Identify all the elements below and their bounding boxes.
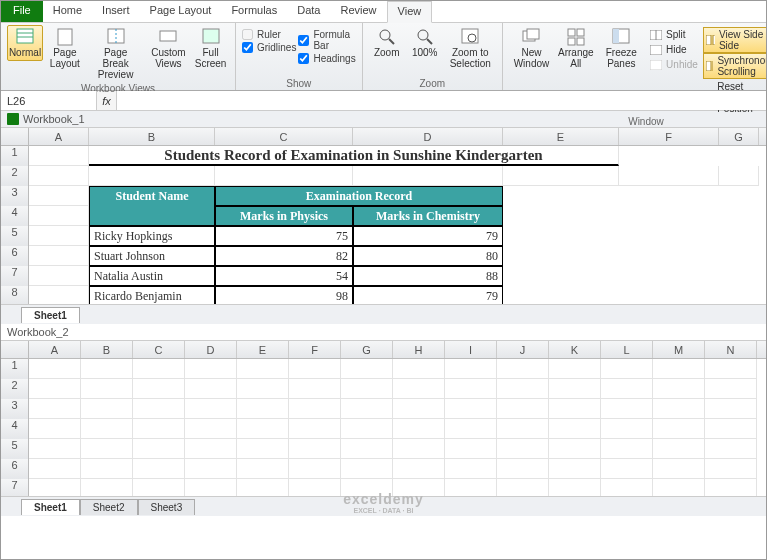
cell[interactable] [289, 459, 341, 479]
cell[interactable] [497, 459, 549, 479]
cell[interactable] [601, 459, 653, 479]
new-window-button[interactable]: New Window [509, 25, 554, 72]
tab-data[interactable]: Data [287, 1, 330, 22]
cell[interactable] [653, 439, 705, 459]
col-header[interactable]: N [705, 341, 757, 358]
tab-insert[interactable]: Insert [92, 1, 140, 22]
chemistry-marks-cell[interactable]: 79 [353, 286, 503, 304]
cell[interactable] [133, 379, 185, 399]
cell[interactable] [653, 459, 705, 479]
cell[interactable] [133, 459, 185, 479]
row-header[interactable]: 3 [1, 399, 29, 419]
physics-marks-cell[interactable]: 98 [215, 286, 353, 304]
cell[interactable] [237, 399, 289, 419]
cell[interactable] [237, 459, 289, 479]
cell[interactable] [237, 419, 289, 439]
chemistry-marks-cell[interactable]: 79 [353, 226, 503, 246]
col-header[interactable]: E [503, 128, 619, 145]
cell[interactable] [133, 439, 185, 459]
cell[interactable] [549, 459, 601, 479]
row-header[interactable]: 7 [1, 479, 29, 496]
col-header[interactable]: H [393, 341, 445, 358]
freeze-panes-button[interactable]: Freeze Panes [598, 25, 646, 72]
view-side-by-side-button[interactable]: View Side by Side [703, 27, 767, 53]
cell[interactable] [185, 379, 237, 399]
cell[interactable] [29, 286, 89, 304]
col-header[interactable]: C [133, 341, 185, 358]
ruler-checkbox[interactable]: Ruler [242, 29, 296, 40]
gridlines-checkbox[interactable]: Gridlines [242, 42, 296, 53]
row-header[interactable]: 1 [1, 146, 29, 166]
cell[interactable] [393, 379, 445, 399]
cell[interactable] [393, 419, 445, 439]
cell[interactable] [497, 439, 549, 459]
cell[interactable] [81, 439, 133, 459]
cell[interactable] [29, 206, 89, 226]
select-all-corner[interactable] [1, 341, 29, 358]
sheet-tab[interactable]: Sheet2 [80, 499, 138, 515]
cell[interactable] [133, 479, 185, 496]
col-header[interactable]: C [215, 128, 353, 145]
workbook-2-grid[interactable]: ABCDEFGHIJKLMN 123456789 [1, 341, 766, 496]
arrange-all-button[interactable]: Arrange All [556, 25, 596, 72]
table-header-physics[interactable]: Marks in Physics [215, 206, 353, 226]
cell[interactable] [393, 459, 445, 479]
tab-view[interactable]: View [387, 1, 433, 23]
cell[interactable] [133, 419, 185, 439]
cell[interactable] [237, 439, 289, 459]
cell[interactable] [497, 359, 549, 379]
cell[interactable] [185, 479, 237, 496]
cell[interactable] [29, 479, 81, 496]
cell[interactable] [601, 419, 653, 439]
sheet-tab[interactable]: Sheet1 [21, 499, 80, 515]
row-header[interactable]: 5 [1, 226, 29, 246]
cell[interactable] [549, 419, 601, 439]
cell[interactable] [29, 459, 81, 479]
cell[interactable] [705, 359, 757, 379]
zoom-100-button[interactable]: 100% [407, 25, 443, 61]
cell[interactable] [719, 166, 759, 186]
row-header[interactable]: 6 [1, 246, 29, 266]
col-header[interactable]: L [601, 341, 653, 358]
cell[interactable] [29, 439, 81, 459]
cell[interactable] [29, 419, 81, 439]
hide-button[interactable]: Hide [647, 42, 701, 57]
cell[interactable] [653, 479, 705, 496]
cell[interactable] [289, 419, 341, 439]
cell[interactable] [289, 479, 341, 496]
cell[interactable] [705, 379, 757, 399]
tab-home[interactable]: Home [43, 1, 92, 22]
cell[interactable] [549, 439, 601, 459]
tab-page-layout[interactable]: Page Layout [140, 1, 222, 22]
cell[interactable] [133, 399, 185, 419]
cell[interactable] [341, 359, 393, 379]
cell[interactable] [29, 186, 89, 206]
cell[interactable] [601, 359, 653, 379]
normal-view-button[interactable]: Normal [7, 25, 43, 61]
student-name-cell[interactable]: Ricky Hopkings [89, 226, 215, 246]
cell[interactable] [289, 359, 341, 379]
cell[interactable] [29, 246, 89, 266]
cell[interactable] [497, 399, 549, 419]
cell[interactable] [705, 419, 757, 439]
synchronous-scrolling-button[interactable]: Synchronous Scrolling [703, 53, 767, 79]
cell[interactable] [81, 399, 133, 419]
col-header[interactable]: K [549, 341, 601, 358]
cell[interactable] [185, 399, 237, 419]
row-header[interactable]: 5 [1, 439, 29, 459]
cell[interactable] [601, 439, 653, 459]
custom-views-button[interactable]: Custom Views [147, 25, 191, 72]
cell[interactable] [705, 399, 757, 419]
page-layout-button[interactable]: Page Layout [45, 25, 85, 72]
cell[interactable] [497, 419, 549, 439]
cell[interactable] [289, 439, 341, 459]
cell[interactable] [503, 166, 619, 186]
cell[interactable] [29, 399, 81, 419]
cell[interactable] [81, 379, 133, 399]
student-name-cell[interactable]: Ricardo Benjamin [89, 286, 215, 304]
cell[interactable] [549, 379, 601, 399]
cell[interactable] [353, 166, 503, 186]
col-header[interactable]: G [341, 341, 393, 358]
cell[interactable] [497, 479, 549, 496]
col-header[interactable]: M [653, 341, 705, 358]
